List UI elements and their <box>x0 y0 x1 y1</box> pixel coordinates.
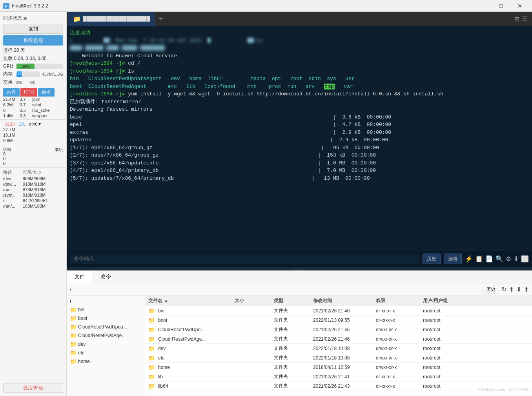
col-perm: 权限 <box>373 297 420 304</box>
swap-percent: 0% <box>16 80 22 85</box>
run-days: 运行 20 天 <box>0 46 66 55</box>
terminal-line: Welcome to Huawei Cloud Service <box>70 52 529 60</box>
network-section: ↑211K ↓29... eth0▼ 27.7M 19.1M 9.6M <box>0 120 66 144</box>
lightning-icon-button[interactable]: ⚡ <box>465 255 473 263</box>
drag-handle[interactable]: • • • <box>67 267 532 270</box>
fm-download-button[interactable]: ⬇ <box>516 286 521 293</box>
file-tree: / 📁bin 📁boot 📁CloudResetPwdUpda... 📁Clou… <box>67 296 145 396</box>
memory-usage-row: 内存 24% 437M/1.8G <box>0 70 66 78</box>
svg-text:F: F <box>5 4 7 8</box>
process-tabs: 内存 CPU 命令 <box>0 86 66 97</box>
cpu-bar-fill: 39% <box>16 64 35 69</box>
search-icon-button[interactable]: 🔍 <box>496 255 503 263</box>
fm-upload-button[interactable]: ⬆ <box>524 286 529 293</box>
file-manager-tabs: 文件 命令 <box>67 271 532 283</box>
sync-dot <box>24 17 27 20</box>
terminal-line: base | 3.6 kB 00:00:00 <box>70 113 529 121</box>
titlebar: F FinalShell 3.9.2.2 ─ □ ✕ <box>0 0 532 12</box>
tab-command[interactable]: 命令 <box>93 271 119 283</box>
file-row[interactable]: 📁bin 文件夹 2021/02/26 21:46 dr-xr-xr-x roo… <box>145 306 532 316</box>
file-row[interactable]: 📁etc 文件夹 2022/01/18 10:08 drwxr-xr-x roo… <box>145 353 532 363</box>
fm-toolbar: / 历史 ↻ ⬆ ⬇ ⬆ <box>67 283 532 296</box>
memory-label: 内存 <box>3 71 14 77</box>
col-type: 类型 <box>271 297 310 304</box>
terminal-line: updates | 2.9 kB 00:00:00 <box>70 136 529 144</box>
settings-icon-button[interactable]: ⚙ <box>506 255 511 263</box>
tree-item[interactable]: 📁dev <box>67 340 145 349</box>
memory-bar-background: 24% <box>16 71 40 77</box>
command-bar: 历史 选项 ⚡ 📋 📄 🔍 ⚙ ⬇ ⬜ <box>67 250 532 267</box>
tree-item[interactable]: 📁bin <box>67 305 145 314</box>
command-input[interactable] <box>70 254 419 264</box>
options-button[interactable]: 选项 <box>444 254 462 264</box>
disk-row: /dev 908M/908M <box>2 176 65 181</box>
file-row[interactable]: 📁lib64 文件夹 2021/02/26 21:43 dr-xr-xr-x r… <box>145 381 532 391</box>
terminal-line: (1/7): epel/x86_64/group_gz | 96 kB 00:0… <box>70 144 529 152</box>
file-row[interactable]: 📁home 文件夹 2018/04/11 12:59 drwxr-xr-x ro… <box>145 363 532 372</box>
disk-row: /dev/... 918M/918M <box>2 181 65 187</box>
terminal[interactable]: 连接成功 L ██: Mon Feb 7 16:41:34 CST 2022 █… <box>67 26 532 250</box>
copy-button[interactable]: 复制 <box>3 24 63 34</box>
fm-history-button[interactable]: 历史 <box>483 285 499 294</box>
paste-icon-button[interactable]: 📄 <box>485 255 493 263</box>
terminal-line: [root@ecs-1694 /]# yum install -y wget &… <box>70 90 529 98</box>
copy-icon-button[interactable]: 📋 <box>475 255 483 263</box>
tree-item[interactable]: 📁CloudResetPwdUpda... <box>67 323 145 331</box>
memory-value: 437M/1.8G <box>42 72 63 77</box>
fullscreen-icon-button[interactable]: ⬜ <box>521 255 529 263</box>
terminal-line: extras | 2.9 kB 00:00:00 <box>70 129 529 137</box>
minimize-button[interactable]: ─ <box>473 0 491 12</box>
tab-files[interactable]: 文件 <box>67 271 93 283</box>
tab-memory[interactable]: 内存 <box>3 88 20 97</box>
grid-view-button[interactable]: ⊞ <box>514 15 519 23</box>
disk-row: /run 878M/918M <box>2 187 65 192</box>
close-button[interactable]: ✕ <box>511 0 529 12</box>
maximize-button[interactable]: □ <box>492 0 510 12</box>
divider <box>0 167 66 168</box>
tree-item[interactable]: 📁CloudrResetPwdAge... <box>67 331 145 340</box>
add-tab-button[interactable]: + <box>155 12 167 26</box>
file-row[interactable]: 📁lib 文件夹 2021/02/26 21:41 dr-xr-xr-x roo… <box>145 372 532 381</box>
download-icon-button[interactable]: ⬇ <box>514 255 519 263</box>
terminal-line: (5/7): updates/7/x86_64/primary_db | 13 … <box>70 175 529 182</box>
process-row: 1.4M 0.3 wrapper <box>2 113 65 119</box>
network-row: ↑211K ↓29... eth0▼ <box>3 121 63 127</box>
tab-command[interactable]: 命令 <box>38 88 55 97</box>
file-row[interactable]: 📁boot 文件夹 2022/01/13 09:55 dr-xr-xr-x ro… <box>145 316 532 325</box>
fm-refresh-button[interactable]: ↻ <box>501 286 506 293</box>
ping-home-label: 本机 <box>55 147 63 166</box>
network-stat: 27.7M <box>3 127 63 132</box>
terminal-line: 已加载插件: fastestmirror <box>70 98 529 106</box>
history-button[interactable]: 历史 <box>423 254 441 264</box>
tree-root[interactable]: / <box>67 297 145 305</box>
tab-cpu[interactable]: CPU <box>20 88 37 97</box>
disk-row: / 64.2G/69.8G <box>2 198 65 203</box>
file-manager: 文件 命令 / 历史 ↻ ⬆ ⬇ ⬆ / 📁bin 📁boot 📁CloudRe… <box>67 270 532 396</box>
tab-bar: 📁 ████████████████████ + ⊞ ☰ <box>67 12 532 26</box>
divider <box>0 119 66 120</box>
tree-item[interactable]: 📁etc <box>67 349 145 357</box>
folder-icon: 📁 <box>73 15 81 23</box>
menu-button[interactable]: ☰ <box>522 15 527 23</box>
col-name[interactable]: 文件名 ▲ <box>145 297 231 304</box>
tree-item[interactable]: 📁boot <box>67 314 145 323</box>
fm-up-button[interactable]: ⬆ <box>509 286 514 293</box>
swap-value: 0/0 <box>29 80 35 85</box>
file-row[interactable]: 📁CloudResetPwdUpd... 文件夹 2021/02/26 21:4… <box>145 325 532 334</box>
cpu-bar-background: 39% <box>16 64 63 69</box>
col-date: 修改时间 <box>310 297 373 304</box>
terminal-line: [root@ecs-1694 ~]# cd / <box>70 60 529 68</box>
cpu-usage-row: CPU 39% <box>0 63 66 70</box>
terminal-line: [root@ecs-1694 /]# ls <box>70 68 529 75</box>
app-title: FinalShell 3.9.2.2 <box>12 3 473 9</box>
divider <box>0 145 66 145</box>
ping-section: 0ms 0 0 0 本机 <box>0 146 66 166</box>
terminal-line: 连接成功 <box>70 29 529 37</box>
system-info-button[interactable]: 系统信息 <box>3 35 63 46</box>
file-row[interactable]: 📁dev 文件夹 2022/01/18 10:08 drwxr-xr-x roo… <box>145 344 532 353</box>
file-row[interactable]: 📁CloudrResetPwdAge... 文件夹 2021/02/26 21:… <box>145 334 532 344</box>
tree-item[interactable]: 📁home <box>67 357 145 366</box>
upgrade-button[interactable]: 激活/升级 <box>3 383 63 393</box>
network-stat: 9.6M <box>3 138 63 143</box>
tab-item-active[interactable]: 📁 ████████████████████ <box>68 12 155 26</box>
